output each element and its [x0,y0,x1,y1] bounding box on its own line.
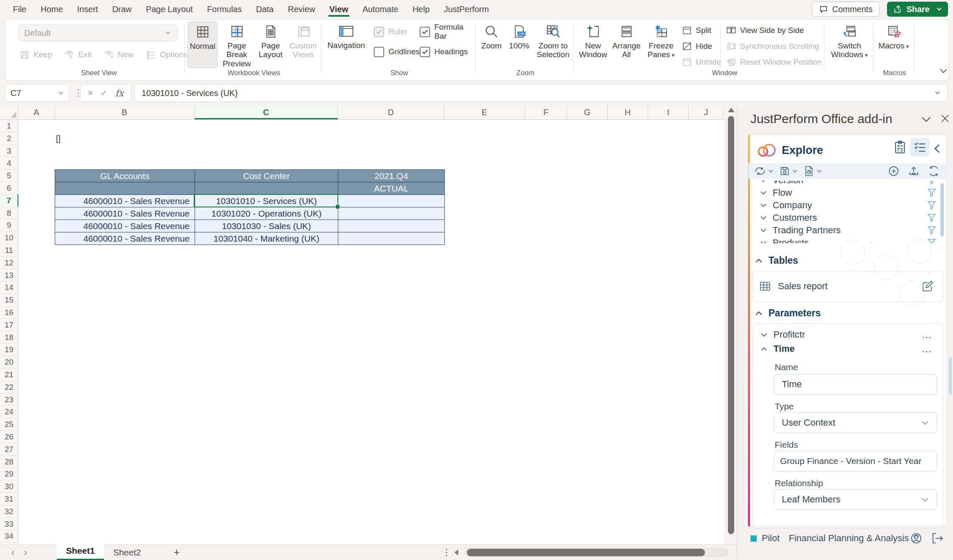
row-header-33[interactable]: 33 [0,518,18,530]
row-header-4[interactable]: 4 [0,157,18,169]
column-header-g[interactable]: G [567,105,608,119]
row-header-6[interactable]: 6 [0,182,18,194]
row-header-34[interactable]: 34 [0,530,18,542]
row-header-20[interactable]: 20 [0,356,18,368]
row-header-26[interactable]: 26 [0,431,18,443]
tree-item-flow[interactable]: Flow [748,187,946,199]
expand-formula-bar-icon[interactable] [934,91,941,95]
gridlines-checkbox-row[interactable]: Gridlines [374,46,420,57]
filter-icon[interactable] [927,226,936,235]
checklist-view-button[interactable] [910,138,930,156]
chevron-down-icon[interactable] [760,228,767,232]
column-header-e[interactable]: E [444,105,525,119]
chevron-down-icon[interactable] [58,91,64,95]
panel-menu-chevron-icon[interactable] [921,116,932,123]
table-cell[interactable] [195,182,338,195]
table-cell[interactable] [338,195,445,207]
row-header-23[interactable]: 23 [0,394,18,406]
column-header-h[interactable]: H [608,105,648,119]
chevron-down-icon[interactable] [921,421,929,425]
chevron-down-icon[interactable] [760,333,768,337]
more-options-icon[interactable]: … [922,347,933,351]
headings-checkbox-row[interactable]: Headings [420,46,474,57]
chevron-up-icon[interactable] [755,258,763,263]
report-button[interactable] [803,166,822,177]
row-header-14[interactable]: 14 [0,281,18,294]
table-cell[interactable] [338,207,445,220]
column-header-c[interactable]: C [195,105,338,119]
reset-window-position-button[interactable]: Reset Window Position [726,56,821,68]
filter-icon[interactable] [927,201,936,210]
row-header-28[interactable]: 28 [0,456,18,468]
row-header-22[interactable]: 22 [0,381,18,394]
tree-item-version[interactable]: Version [748,181,946,187]
row-header-13[interactable]: 13 [0,269,18,282]
column-header-d[interactable]: D [338,105,444,119]
close-icon[interactable] [940,114,950,124]
save-view-button[interactable] [779,166,798,177]
exit-button[interactable]: Exit [64,49,91,61]
table-cell[interactable]: GL Accounts [55,170,195,182]
row-header-12[interactable]: 12 [0,257,18,269]
table-cell[interactable]: ACTUAL [338,182,445,195]
row-header-31[interactable]: 31 [0,493,18,505]
column-header-b[interactable]: B [55,105,195,119]
table-cell[interactable]: 46000010 - Sales Revenue [55,195,195,207]
ruler-checkbox-row[interactable]: Ruler [374,26,420,37]
chevron-down-icon[interactable] [760,191,767,195]
type-select[interactable]: User Context [774,412,937,433]
zoom-button[interactable]: Zoom [478,21,504,59]
formula-bar-checkbox-row[interactable]: Formula Bar [420,26,474,37]
hide-button[interactable]: Hide [682,40,721,52]
row-header-18[interactable]: 18 [0,331,18,344]
more-options-icon[interactable]: … [922,333,933,337]
scroll-up-arrow[interactable] [728,108,735,112]
options-button[interactable]: Options [146,49,187,61]
row-header-19[interactable]: 19 [0,343,18,356]
cell-b2[interactable]: [] [56,132,61,145]
chevron-down-icon[interactable] [921,497,929,502]
arrange-all-button[interactable]: Arrange All [610,21,643,59]
chevron-down-icon[interactable] [792,169,798,173]
row-header-21[interactable]: 21 [0,368,18,381]
menu-tab-help[interactable]: Help [406,0,437,18]
menu-tab-automate[interactable]: Automate [355,0,406,18]
row-header-9[interactable]: 9 [0,219,18,232]
table-cell[interactable]: 2021.Q4 [338,170,445,182]
comments-button[interactable]: Comments [812,2,880,17]
chevron-down-icon[interactable] [816,169,822,173]
tree-item-products[interactable]: Products [748,237,946,243]
menu-tab-data[interactable]: Data [249,0,281,18]
fields-input[interactable] [780,456,930,466]
row-header-30[interactable]: 30 [0,480,18,493]
name-box[interactable]: C7 [5,84,69,102]
name-field[interactable] [774,374,937,395]
row-header-32[interactable]: 32 [0,505,18,518]
navigation-button[interactable]: Navigation [324,21,368,50]
row-header-16[interactable]: 16 [0,306,18,319]
sheet-view-dropdown[interactable]: Default [18,25,177,41]
sync-button[interactable] [754,166,773,177]
menu-tab-draw[interactable]: Draw [105,0,139,18]
table-cell[interactable] [338,220,445,232]
row-header-10[interactable]: 10 [0,232,18,244]
menu-tab-formulas[interactable]: Formulas [200,0,249,18]
table-cell[interactable]: 10301030 - Sales (UK) [195,220,338,232]
chevron-down-icon[interactable] [768,169,773,173]
table-cell[interactable] [338,232,445,245]
table-item-sales-report[interactable]: Sales report [753,271,943,302]
column-header-a[interactable]: A [18,105,55,119]
table-cell[interactable]: Cost Center [195,170,338,182]
column-header-f[interactable]: F [525,105,567,119]
keep-button[interactable]: Keep [20,49,52,61]
formula-input[interactable]: 10301010 - Services (UK) [134,84,948,102]
freeze-panes-button[interactable]: Freeze Panes [644,21,679,59]
tab-scroll-right-icon[interactable]: › [19,547,32,558]
switch-windows-button[interactable]: Switch Windows [827,21,872,59]
scroll-left-arrow[interactable] [454,550,458,555]
column-header-j[interactable]: J [689,105,724,119]
row-header-2[interactable]: 2 [0,132,18,145]
chevron-down-icon[interactable] [760,203,767,207]
support-agent-icon[interactable] [910,532,923,545]
tree-scrollbar-thumb[interactable] [940,183,944,237]
